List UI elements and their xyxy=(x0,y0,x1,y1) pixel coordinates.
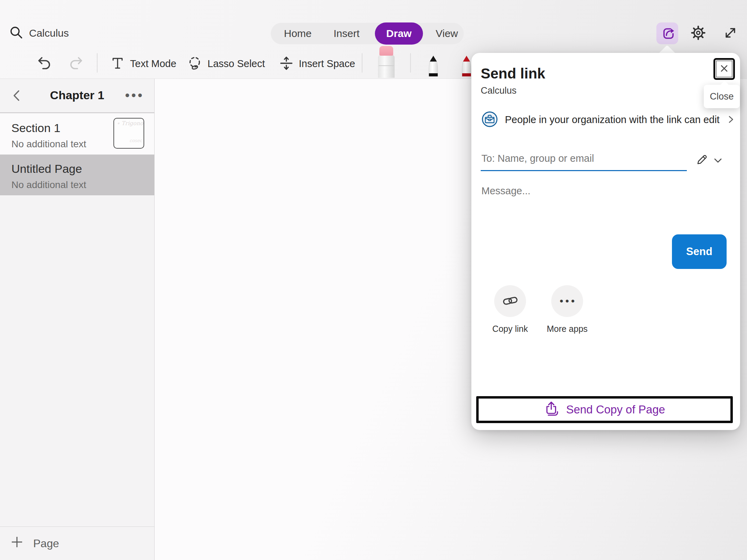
eraser-tool[interactable] xyxy=(378,46,395,78)
message-input[interactable] xyxy=(481,183,661,198)
dialog-subtitle: Calculus xyxy=(481,85,517,96)
close-dialog-button[interactable] xyxy=(713,58,735,80)
lasso-select-label: Lasso Select xyxy=(208,58,265,69)
page-list-sidebar: Chapter 1 ••• Section 1 No additional te… xyxy=(0,79,155,560)
onenote-app: Calculus Text Mode Lasso Select xyxy=(0,0,747,560)
expand-diagonal-icon xyxy=(722,25,739,42)
share-button[interactable] xyxy=(656,22,678,44)
close-tooltip-label: Close xyxy=(710,91,734,102)
text-mode-button[interactable]: Text Mode xyxy=(110,55,176,73)
more-apps-button[interactable]: ••• xyxy=(551,285,583,317)
copy-link-button[interactable] xyxy=(494,285,526,317)
insert-space-icon xyxy=(279,56,294,72)
insert-space-button[interactable]: Insert Space xyxy=(279,55,355,73)
tooltip-arrow xyxy=(720,81,729,89)
page-item-subtitle: No additional text xyxy=(11,179,86,190)
close-icon xyxy=(719,63,730,75)
page-thumbnail: ∘ Trigono cosec xyxy=(113,118,144,149)
thumbnail-ink-text: cosec xyxy=(129,138,142,143)
tab-insert[interactable]: Insert xyxy=(333,23,359,44)
close-tooltip: Close xyxy=(704,85,740,108)
more-apps-label: More apps xyxy=(540,324,595,334)
undo-icon xyxy=(36,55,52,72)
toolbar-divider xyxy=(362,53,362,73)
text-mode-icon xyxy=(110,56,125,72)
gear-icon xyxy=(690,25,707,42)
page-item-title: Section 1 xyxy=(11,121,61,135)
pencil-icon xyxy=(694,152,709,168)
section-more-button[interactable]: ••• xyxy=(122,86,147,105)
tab-draw[interactable]: Draw xyxy=(375,22,423,45)
share-icon xyxy=(659,25,676,42)
insert-space-label: Insert Space xyxy=(299,58,355,69)
tab-home[interactable]: Home xyxy=(284,23,312,44)
link-permission-row[interactable]: People in your organization with the lin… xyxy=(481,111,736,129)
eraser-body-icon xyxy=(378,55,395,78)
plus-icon xyxy=(10,535,24,551)
send-link-dialog: Send link Calculus Close People in your … xyxy=(471,53,740,430)
organization-briefcase-icon xyxy=(481,111,498,129)
chevron-down-icon xyxy=(712,155,724,167)
toolbar-divider xyxy=(410,53,411,73)
search-icon xyxy=(9,25,24,41)
page-list-item-untitled-selected[interactable]: Untitled Page No additional text xyxy=(0,155,154,195)
recipient-chevron-down-button[interactable] xyxy=(711,155,725,167)
copy-link-label: Copy link xyxy=(482,324,538,334)
send-copy-of-page-button[interactable]: Send Copy of Page xyxy=(476,396,733,423)
edit-permission-pencil-button[interactable] xyxy=(693,152,711,168)
eraser-cap-icon xyxy=(379,46,393,56)
tab-view[interactable]: View xyxy=(436,23,458,44)
sidebar-header: Chapter 1 ••• xyxy=(0,79,154,113)
send-button[interactable]: Send xyxy=(672,234,727,269)
add-page-label: Page xyxy=(33,537,59,550)
permission-label: People in your organization with the lin… xyxy=(505,114,720,125)
dialog-title: Send link xyxy=(481,65,545,82)
ellipsis-icon: ••• xyxy=(125,88,144,103)
black-pen-icon xyxy=(425,55,441,76)
to-recipient-input[interactable] xyxy=(481,151,675,166)
page-item-title: Untitled Page xyxy=(11,162,82,176)
fullscreen-expand-button[interactable] xyxy=(722,25,739,41)
add-page-button[interactable]: Page xyxy=(0,527,154,560)
black-pen-tool[interactable] xyxy=(425,55,441,78)
notebook-title: Calculus xyxy=(29,27,69,39)
notebook-search[interactable]: Calculus xyxy=(9,25,69,41)
more-apps-dots-icon: ••• xyxy=(557,295,577,307)
to-field-underline xyxy=(481,170,687,171)
link-chain-icon xyxy=(502,292,518,310)
toolbar-divider xyxy=(97,53,98,73)
lasso-select-button[interactable]: Lasso Select xyxy=(187,55,265,73)
redo-icon xyxy=(68,55,84,72)
page-item-subtitle: No additional text xyxy=(11,139,86,150)
undo-button[interactable] xyxy=(35,55,54,73)
text-mode-label: Text Mode xyxy=(130,58,176,69)
settings-gear-button[interactable] xyxy=(690,25,707,42)
thumbnail-ink-text: ∘ Trigono xyxy=(117,120,143,127)
share-upload-icon xyxy=(544,400,560,419)
ribbon-tab-bar: Home Insert Draw View xyxy=(271,23,464,44)
lasso-select-icon xyxy=(187,55,203,72)
redo-button[interactable] xyxy=(66,55,86,73)
page-list-item-section1[interactable]: Section 1 No additional text ∘ Trigono c… xyxy=(0,114,154,155)
chevron-right-icon xyxy=(727,114,736,125)
